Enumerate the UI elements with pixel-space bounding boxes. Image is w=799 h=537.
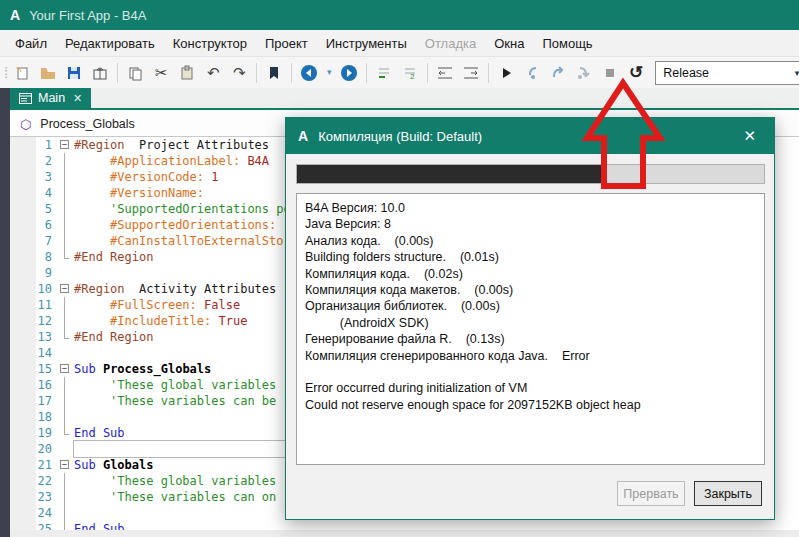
log-line: Компиляция кода макетов. (0.00s) bbox=[305, 282, 756, 298]
form-icon bbox=[19, 93, 32, 104]
log-line: Компиляция кода. (0.02s) bbox=[305, 266, 756, 282]
restart-icon[interactable]: ↺ bbox=[624, 61, 648, 85]
menu-item-Редактировать[interactable]: Редактировать bbox=[56, 32, 164, 55]
step-into-icon[interactable] bbox=[520, 61, 544, 85]
new-file-icon[interactable] bbox=[10, 61, 34, 85]
fold-column bbox=[58, 345, 74, 361]
close-button[interactable]: Закрыть bbox=[694, 481, 762, 506]
log-line: (AndroidX SDK) bbox=[305, 315, 756, 331]
bookmark-icon[interactable] bbox=[262, 61, 286, 85]
menu-item-Проект[interactable]: Проект bbox=[256, 32, 317, 55]
log-line: Компиляция сгенерированного кода Java. E… bbox=[305, 348, 756, 364]
line-number: 9 bbox=[10, 265, 58, 281]
outdent-icon[interactable] bbox=[433, 61, 457, 85]
indent-icon[interactable] bbox=[459, 61, 483, 85]
fold-toggle-icon[interactable]: − bbox=[58, 281, 74, 297]
log-line: Анализ кода. (0.00s) bbox=[305, 233, 756, 249]
fold-column bbox=[58, 425, 74, 441]
redo-icon[interactable]: ↷ bbox=[227, 61, 251, 85]
dialog-close-icon[interactable]: ✕ bbox=[737, 125, 762, 147]
fold-column bbox=[58, 489, 74, 505]
code-token: #CanInstallToExternalStorage bbox=[74, 234, 312, 248]
toolbar-separator bbox=[117, 63, 118, 83]
fold-column bbox=[58, 249, 74, 265]
line-number: 1 bbox=[10, 137, 58, 153]
code-token: 1 bbox=[204, 170, 218, 184]
fold-column bbox=[58, 265, 74, 281]
fold-toggle-icon[interactable]: − bbox=[58, 361, 74, 377]
uncomment-icon[interactable]: 2 bbox=[398, 61, 422, 85]
code-token: #Region bbox=[74, 138, 125, 152]
code-token: #SupportedOrientations: bbox=[74, 218, 276, 232]
dialog-title: Компиляция (Build: Default) bbox=[318, 129, 737, 144]
paste-icon[interactable] bbox=[175, 61, 199, 85]
code-token: 'These variables can on bbox=[74, 490, 276, 504]
fold-column bbox=[58, 505, 74, 521]
toolbar-separator bbox=[488, 63, 489, 83]
compile-progress-bar bbox=[296, 164, 765, 184]
fold-column bbox=[58, 169, 74, 185]
fold-toggle-icon[interactable]: − bbox=[58, 457, 74, 473]
fold-toggle-icon[interactable]: − bbox=[58, 137, 74, 153]
toolbar-separator bbox=[427, 63, 428, 83]
code-token: B4A bbox=[240, 154, 269, 168]
menu-item-Помощь[interactable]: Помощь bbox=[533, 32, 601, 55]
menu-item-Окна[interactable]: Окна bbox=[485, 32, 533, 55]
dialog-logo-icon: A bbox=[298, 128, 308, 144]
line-number: 7 bbox=[10, 233, 58, 249]
run-icon[interactable] bbox=[494, 61, 518, 85]
breadcrumb-label[interactable]: Process_Globals bbox=[40, 117, 135, 131]
open-icon[interactable] bbox=[36, 61, 60, 85]
abort-button: Прервать bbox=[617, 481, 685, 506]
code-token: #FullScreen: bbox=[74, 298, 197, 312]
cut-icon[interactable]: ✂ bbox=[149, 61, 173, 85]
comment-icon[interactable] bbox=[372, 61, 396, 85]
back-icon[interactable] bbox=[297, 61, 321, 85]
menu-item-Файл[interactable]: Файл bbox=[6, 32, 56, 55]
menu-item-Инструменты[interactable]: Инструменты bbox=[317, 32, 416, 55]
toolbar-grip-icon: ⁞ bbox=[4, 65, 7, 80]
log-line: Организация библиотек. (0.00s) bbox=[305, 298, 756, 314]
tab-strip: Main ✕ bbox=[10, 88, 799, 110]
code-token: 'These global variables bbox=[74, 378, 276, 392]
back-dropdown-icon[interactable]: ▾ bbox=[323, 61, 335, 85]
code-token: #VersionCode: bbox=[74, 170, 204, 184]
line-number: 8 bbox=[10, 249, 58, 265]
step-out-icon[interactable] bbox=[572, 61, 596, 85]
fold-column bbox=[58, 409, 74, 425]
release-mode-combobox[interactable]: Release ▾ bbox=[655, 61, 799, 85]
code-token: Globals bbox=[96, 458, 154, 472]
line-number: 14 bbox=[10, 345, 58, 361]
line-number: 12 bbox=[10, 313, 58, 329]
step-over-icon[interactable] bbox=[546, 61, 570, 85]
code-token: #End Region bbox=[74, 330, 153, 344]
toolbar-separator bbox=[366, 63, 367, 83]
code-token: #VersionName: bbox=[74, 186, 204, 200]
release-mode-value: Release bbox=[663, 66, 709, 80]
compile-progress-fill bbox=[297, 165, 601, 183]
line-number: 6 bbox=[10, 217, 58, 233]
package-icon[interactable] bbox=[88, 61, 112, 85]
line-number: 4 bbox=[10, 185, 58, 201]
tab-main[interactable]: Main ✕ bbox=[10, 88, 91, 108]
toolbar: ⁞ ✂ ↶ ↷ ▾ 2 ↺ Release ▾ Default bbox=[0, 57, 799, 88]
line-number: 11 bbox=[10, 297, 58, 313]
undo-icon[interactable]: ↶ bbox=[201, 61, 225, 85]
code-token: #IncludeTitle: bbox=[74, 314, 211, 328]
line-number: 21 bbox=[10, 457, 58, 473]
line-number: 15 bbox=[10, 361, 58, 377]
stop-icon[interactable] bbox=[598, 61, 622, 85]
forward-icon[interactable] bbox=[337, 61, 361, 85]
left-edge-panel bbox=[0, 88, 10, 537]
code-token: False bbox=[197, 298, 240, 312]
line-number: 16 bbox=[10, 377, 58, 393]
copy-icon[interactable] bbox=[123, 61, 147, 85]
line-number: 13 bbox=[10, 329, 58, 345]
menu-item-Конструктор[interactable]: Конструктор bbox=[164, 32, 256, 55]
line-number: 5 bbox=[10, 201, 58, 217]
fold-column bbox=[58, 313, 74, 329]
code-token: 'These global variables bbox=[74, 474, 276, 488]
save-icon[interactable] bbox=[62, 61, 86, 85]
tab-close-icon[interactable]: ✕ bbox=[73, 92, 82, 105]
line-number: 23 bbox=[10, 489, 58, 505]
